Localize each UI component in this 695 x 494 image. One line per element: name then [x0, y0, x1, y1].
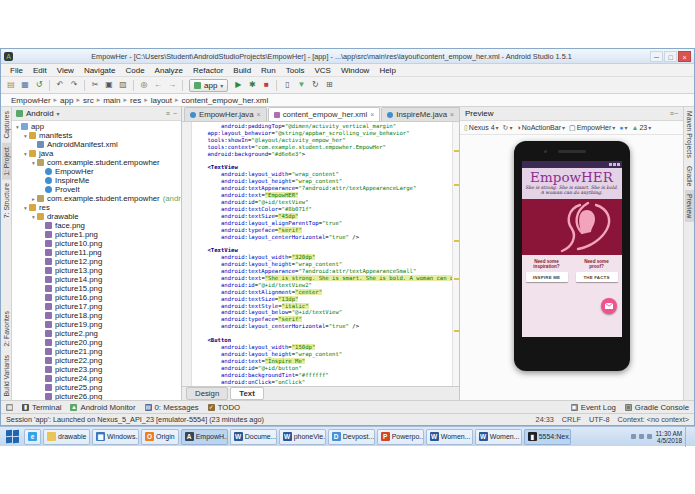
- breadcrumb-item-res[interactable]: res: [128, 96, 143, 105]
- save-all-icon[interactable]: ▦: [19, 79, 31, 91]
- device-select[interactable]: ▯Nexus 4▾: [464, 124, 499, 132]
- menu-item-refactor[interactable]: Refactor: [188, 66, 228, 75]
- menu-item-build[interactable]: Build: [228, 66, 256, 75]
- todo-button[interactable]: ✓TODO: [208, 403, 240, 412]
- tool-stripe-preview[interactable]: Preview: [685, 190, 694, 222]
- sdk-manager-icon[interactable]: ▼: [295, 79, 307, 91]
- breadcrumb-item-layout[interactable]: layout: [149, 96, 174, 105]
- terminal-button[interactable]: ▮Terminal: [22, 403, 61, 412]
- code-line[interactable]: android:id="@+id/textView2": [194, 282, 452, 289]
- menu-item-file[interactable]: File: [5, 66, 28, 75]
- code-line[interactable]: android:layout_below="@+id/textView": [194, 309, 452, 316]
- menu-item-code[interactable]: Code: [120, 66, 149, 75]
- code-line[interactable]: android:text="She is strong. She is smar…: [194, 275, 452, 282]
- tab-design[interactable]: Design: [186, 387, 228, 400]
- project-structure-icon[interactable]: ⊞: [323, 79, 335, 91]
- tree-item-picture11-png[interactable]: picture11.png: [12, 248, 181, 257]
- menu-item-view[interactable]: View: [52, 66, 79, 75]
- activity-select[interactable]: ▢EmpowHer▾: [569, 124, 615, 132]
- code-line[interactable]: android:layout_width="wrap_content": [194, 171, 452, 178]
- tree-item-manifests[interactable]: ▾manifests: [12, 131, 181, 140]
- error-stripe-scrollbar[interactable]: [452, 122, 459, 386]
- code-line[interactable]: app:layout_behavior="@string/appbar_scro…: [194, 130, 452, 137]
- code-line[interactable]: android:backgroundTint="#ffffff": [194, 372, 452, 379]
- menu-item-vcs[interactable]: VCS: [309, 66, 335, 75]
- tree-item-androidmanifest-xml[interactable]: AndroidManifest.xml: [12, 140, 181, 149]
- messages-button[interactable]: ▤0: Messages: [145, 403, 199, 412]
- tray-arrow-icon[interactable]: [631, 434, 636, 439]
- tree-item-app[interactable]: ▾app: [12, 122, 181, 131]
- start-button[interactable]: [2, 429, 22, 445]
- forward-icon[interactable]: →: [166, 79, 178, 91]
- tree-item-picture24-png[interactable]: picture24.png: [12, 374, 181, 383]
- code-line[interactable]: tools:showIn="@layout/activity_empow_her…: [194, 137, 452, 144]
- avd-manager-icon[interactable]: ▯: [281, 79, 293, 91]
- code-line[interactable]: <TextView: [194, 164, 452, 171]
- preview-canvas[interactable]: EmpowHER She is strong. She is smart. Sh…: [460, 135, 683, 400]
- devpost-button[interactable]: DDevpost...: [328, 429, 375, 445]
- copy-icon[interactable]: ▣: [103, 79, 115, 91]
- tool-stripe-1-project[interactable]: 1: Project: [2, 143, 11, 180]
- code-line[interactable]: android:paddingTop="@dimen/activity_vert…: [194, 123, 452, 130]
- menu-item-analyze[interactable]: Analyze: [150, 66, 188, 75]
- preview-hide-icon[interactable]: −: [674, 110, 678, 117]
- tree-item-picture2-png[interactable]: picture2.png: [12, 329, 181, 338]
- menu-item-window[interactable]: Window: [336, 66, 374, 75]
- tree-item-picture20-png[interactable]: picture20.png: [12, 338, 181, 347]
- tree-item-empowher[interactable]: EmpowHer: [12, 167, 181, 176]
- project-settings-icon[interactable]: ≡: [166, 110, 170, 117]
- project-view-select[interactable]: Android: [26, 109, 54, 118]
- code-text[interactable]: android:paddingTop="@dimen/activity_vert…: [192, 122, 452, 386]
- code-line[interactable]: android:layout_centerHorizontal="true" /…: [194, 234, 452, 241]
- code-line[interactable]: android:layout_height="wrap_content": [194, 261, 452, 268]
- tool-stripe-7-structure[interactable]: 7: Structure: [2, 179, 11, 222]
- title-bar[interactable]: A EmpowHer - [C:\Users\Student\AndroidSt…: [1, 49, 694, 64]
- back-icon[interactable]: ←: [152, 79, 164, 91]
- tree-item-picture14-png[interactable]: picture14.png: [12, 275, 181, 284]
- tree-item-res[interactable]: ▾res: [12, 203, 181, 212]
- redo-icon[interactable]: ↷: [68, 79, 80, 91]
- tree-item-com-example-student-empowher[interactable]: ▾com.example.student.empowher: [12, 158, 181, 167]
- code-line[interactable]: tools:context="com.example.student.empow…: [194, 144, 452, 151]
- code-line[interactable]: android:textSize="13dp": [194, 296, 452, 303]
- close-icon[interactable]: ×: [370, 111, 374, 118]
- tray-network-icon[interactable]: [639, 434, 644, 439]
- close-icon[interactable]: ×: [450, 111, 454, 118]
- tool-stripe-maven-projects[interactable]: Maven Projects: [685, 107, 694, 162]
- android-monitor-button[interactable]: ▲Android Monitor: [70, 403, 135, 412]
- code-editor[interactable]: android:paddingTop="@dimen/activity_vert…: [182, 122, 459, 386]
- code-line[interactable]: android:layout_centerHorizontal="true" /…: [194, 323, 452, 330]
- breadcrumb-item-content-empow-her-xml[interactable]: content_empow_her.xml: [180, 96, 271, 105]
- code-line[interactable]: android:typeface="serif": [194, 227, 452, 234]
- breadcrumb-item-src[interactable]: src: [81, 96, 96, 105]
- editor-tab-content-empow-her-xml[interactable]: content_empow_her.xml×: [268, 107, 381, 121]
- editor-tab-empowher-java[interactable]: EmpowHer.java×: [184, 107, 267, 121]
- code-line[interactable]: android:layout_height="wrap_content": [194, 351, 452, 358]
- status-widget-utf-8[interactable]: UTF-8: [589, 415, 610, 424]
- event-log-button[interactable]: ▣Event Log: [571, 403, 616, 412]
- code-line[interactable]: android:id="@+id/button": [194, 365, 452, 372]
- sync-icon[interactable]: ↺: [33, 79, 45, 91]
- tree-item-drawable[interactable]: ▾drawable: [12, 212, 181, 221]
- editor-tab-inspireme-java[interactable]: InspireMe.java×: [381, 107, 460, 121]
- tree-item-picture18-png[interactable]: picture18.png: [12, 311, 181, 320]
- code-line[interactable]: android:textStyle="italic": [194, 303, 452, 310]
- tool-stripe-captures[interactable]: Captures: [2, 107, 11, 143]
- code-line[interactable]: android:textAlignment="center": [194, 289, 452, 296]
- undo-icon[interactable]: ↶: [54, 79, 66, 91]
- file-explorer-button[interactable]: drawable: [43, 429, 90, 445]
- tree-item-picture15-png[interactable]: picture15.png: [12, 284, 181, 293]
- code-line[interactable]: android:id="@+id/textView": [194, 199, 452, 206]
- tree-item-picture21-png[interactable]: picture21.png: [12, 347, 181, 356]
- internet-explorer-button[interactable]: e: [24, 429, 41, 445]
- orientation-select[interactable]: ↻▾: [503, 124, 513, 132]
- word-women-button[interactable]: WWomen...: [426, 429, 473, 445]
- tree-item-proveit[interactable]: ProveIt: [12, 185, 181, 194]
- menu-item-tools[interactable]: Tools: [281, 66, 310, 75]
- gradle-sync-icon[interactable]: ↻: [309, 79, 321, 91]
- tree-item-java[interactable]: ▾java: [12, 149, 181, 158]
- code-line[interactable]: android:text="EmpowHER": [194, 192, 452, 199]
- code-line[interactable]: android:layout_alignParentTop="true": [194, 220, 452, 227]
- origin-button[interactable]: OOrigin: [141, 429, 179, 445]
- tray-volume-icon[interactable]: [647, 434, 652, 439]
